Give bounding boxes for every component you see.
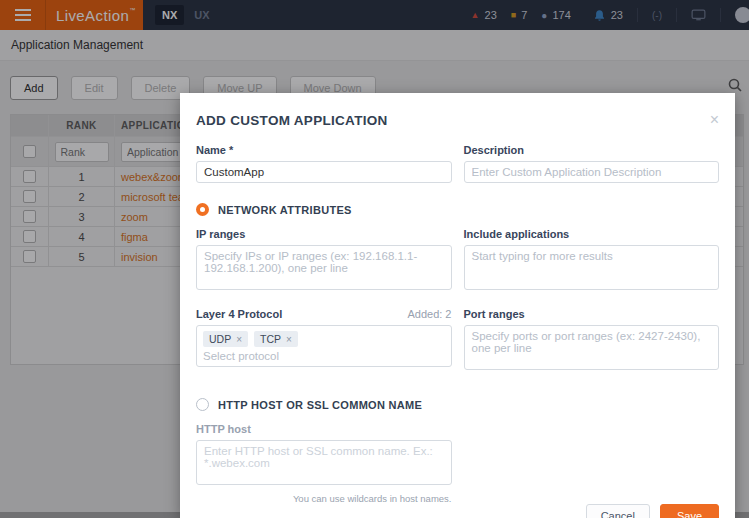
- protocol-placeholder: Select protocol: [203, 350, 445, 362]
- port-ranges-textarea[interactable]: [464, 325, 720, 370]
- include-applications-label: Include applications: [464, 228, 720, 240]
- dialog-title: ADD CUSTOM APPLICATION: [196, 113, 388, 128]
- chip-label: UDP: [209, 333, 231, 345]
- name-label: Name *: [196, 144, 452, 156]
- added-count: Added: 2: [407, 308, 451, 320]
- wildcards-helper-text: You can use wildcards in host names.: [196, 493, 452, 504]
- ip-ranges-label: IP ranges: [196, 228, 452, 240]
- name-input[interactable]: [196, 161, 452, 183]
- protocol-select[interactable]: UDP × TCP × Select protocol: [196, 325, 452, 367]
- http-host-label: HTTP host: [196, 423, 452, 435]
- http-host-section-label: HTTP HOST OR SSL COMMON NAME: [218, 399, 422, 411]
- save-button[interactable]: Save: [660, 504, 719, 518]
- protocol-chip-udp: UDP ×: [203, 331, 248, 347]
- ip-ranges-textarea[interactable]: [196, 245, 452, 290]
- description-label: Description: [464, 144, 720, 156]
- port-ranges-label: Port ranges: [464, 308, 720, 320]
- chip-label: TCP: [260, 333, 281, 345]
- include-applications-textarea[interactable]: [464, 245, 720, 290]
- network-attributes-radio[interactable]: [196, 203, 209, 216]
- http-host-textarea[interactable]: [196, 440, 452, 485]
- description-input[interactable]: [464, 161, 720, 183]
- cancel-button[interactable]: Cancel: [586, 504, 650, 518]
- remove-chip-icon[interactable]: ×: [286, 334, 292, 345]
- close-icon[interactable]: ×: [710, 113, 719, 127]
- network-attributes-label: NETWORK ATTRIBUTES: [218, 204, 352, 216]
- protocol-chip-tcp: TCP ×: [254, 331, 298, 347]
- layer4-protocol-label: Layer 4 Protocol: [196, 308, 282, 320]
- http-host-radio[interactable]: [196, 398, 209, 411]
- screen: LiveAction™ NX UX ▲ 23 ■ 7 ● 174: [0, 0, 749, 518]
- add-custom-application-dialog: ADD CUSTOM APPLICATION × Name * Descript…: [180, 93, 735, 518]
- remove-chip-icon[interactable]: ×: [236, 334, 242, 345]
